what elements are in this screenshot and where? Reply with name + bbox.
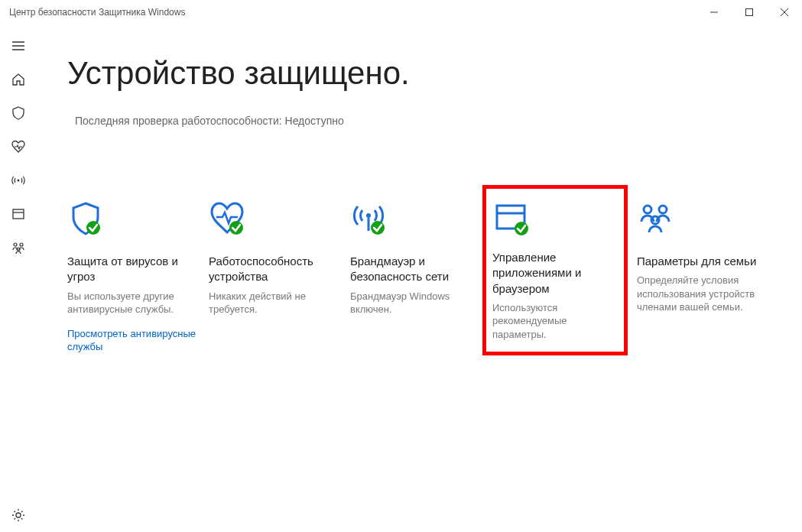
svg-point-13: [16, 513, 21, 517]
card-link[interactable]: Просмотреть антивирусные службы: [67, 327, 201, 354]
svg-point-16: [366, 213, 371, 218]
card-family-options[interactable]: Параметры для семьи Определяйте условия …: [637, 196, 778, 355]
app-browser-icon[interactable]: [0, 197, 37, 231]
main-content: Устройство защищено. Последняя проверка …: [37, 24, 802, 532]
svg-point-15: [229, 221, 243, 235]
family-large-icon: [637, 196, 771, 242]
card-firewall[interactable]: Брандмауэр и безопасность сети Брандмауэ…: [350, 196, 492, 355]
svg-point-21: [515, 222, 528, 235]
card-title: Защита от вирусов и угроз: [67, 254, 201, 285]
svg-rect-1: [746, 9, 753, 16]
card-device-health[interactable]: Работоспособность устройства Никаких дей…: [209, 196, 350, 355]
close-button[interactable]: [767, 0, 802, 24]
card-title: Брандмауэр и безопасность сети: [350, 254, 484, 285]
card-desc: Вы используете другие антивирусные служб…: [67, 290, 201, 316]
window-check-icon: [492, 196, 613, 242]
card-title: Управление приложениями и браузером: [492, 250, 613, 297]
card-title: Работоспособность устройства: [209, 254, 343, 285]
maximize-button[interactable]: [732, 0, 767, 24]
sidebar: [0, 24, 37, 532]
card-desc: Брандмауэр Windows включен.: [350, 290, 484, 316]
svg-point-18: [371, 221, 385, 235]
family-icon[interactable]: [0, 231, 37, 264]
page-subtitle: Последняя проверка работоспособности: Не…: [75, 115, 802, 127]
titlebar: Центр безопасности Защитника Windows: [0, 0, 802, 24]
page-title: Устройство защищено.: [67, 55, 802, 92]
card-app-browser-control[interactable]: Управление приложениями и браузером Испо…: [482, 185, 628, 355]
heart-check-icon: [209, 196, 343, 242]
home-icon[interactable]: [0, 63, 37, 96]
card-desc: Никаких действий не требуется.: [209, 290, 343, 316]
shield-icon[interactable]: [0, 96, 37, 130]
cards-row: Защита от вирусов и угроз Вы используете…: [67, 196, 802, 355]
antenna-check-icon: [350, 196, 484, 242]
card-virus-protection[interactable]: Защита от вирусов и угроз Вы используете…: [67, 196, 209, 355]
svg-point-14: [86, 221, 100, 235]
svg-point-10: [14, 243, 17, 246]
svg-point-23: [659, 206, 667, 213]
shield-check-icon: [67, 196, 201, 242]
svg-rect-8: [13, 209, 24, 219]
card-desc: Используются рекомендуемые параметры.: [492, 301, 613, 342]
heart-icon[interactable]: [0, 130, 37, 164]
minimize-button[interactable]: [696, 0, 732, 24]
svg-point-22: [644, 206, 651, 213]
svg-point-11: [20, 243, 23, 246]
window-title: Центр безопасности Защитника Windows: [9, 7, 185, 18]
svg-point-7: [18, 180, 20, 182]
network-icon[interactable]: [0, 164, 37, 197]
card-title: Параметры для семьи: [637, 254, 771, 269]
card-desc: Определяйте условия использования устрой…: [637, 274, 771, 314]
hamburger-menu-icon[interactable]: [0, 29, 37, 63]
settings-gear-icon[interactable]: [0, 498, 37, 532]
